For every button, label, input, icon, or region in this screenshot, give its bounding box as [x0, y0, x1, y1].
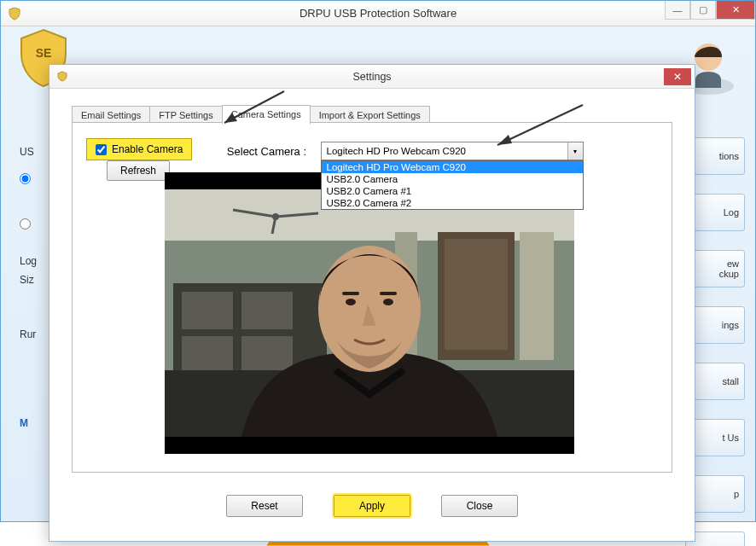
- svg-rect-19: [182, 292, 233, 329]
- enable-camera-label: Enable Camera: [112, 143, 183, 155]
- app-window: DRPU USB Protection Software — ▢ ✕ SE ti…: [0, 0, 756, 522]
- tab-camera-settings[interactable]: Camera Settings: [222, 105, 311, 125]
- svg-rect-21: [182, 336, 233, 370]
- settings-title: Settings: [352, 71, 391, 83]
- minimize-button[interactable]: —: [665, 1, 690, 20]
- svg-point-26: [383, 299, 393, 305]
- settings-titlebar: Settings ✕: [49, 65, 695, 89]
- window-controls: — ▢ ✕: [665, 1, 755, 20]
- svg-rect-22: [241, 336, 293, 370]
- svg-text:SE: SE: [36, 46, 52, 60]
- outer-label: US: [20, 146, 34, 158]
- settings-dialog: Settings ✕ Email Settings FTP Settings C…: [49, 64, 695, 542]
- svg-rect-27: [342, 292, 359, 295]
- refresh-button[interactable]: Refresh: [107, 160, 170, 181]
- svg-point-25: [346, 299, 356, 305]
- svg-rect-17: [520, 232, 554, 360]
- camera-option[interactable]: Logitech HD Pro Webcam C920: [322, 161, 583, 173]
- dialog-button-row: Reset Apply Close: [49, 495, 695, 517]
- camera-option[interactable]: USB2.0 Camera: [322, 173, 583, 185]
- app-shield-icon: [8, 7, 21, 20]
- camera-preview: [165, 172, 574, 454]
- camera-option[interactable]: USB2.0 Camera #1: [322, 185, 583, 197]
- camera-dropdown[interactable]: Logitech HD Pro Webcam C920 ▾: [321, 142, 584, 160]
- svg-rect-20: [241, 292, 293, 329]
- app-body: SE tions Log ew ckup ings stall t Us p t…: [1, 26, 755, 521]
- app-title: DRPU USB Protection Software: [299, 7, 457, 20]
- close-button[interactable]: Close: [441, 495, 518, 517]
- settings-close-button[interactable]: ✕: [664, 68, 691, 85]
- app-titlebar: DRPU USB Protection Software — ▢ ✕: [1, 1, 755, 26]
- svg-rect-16: [445, 239, 508, 350]
- outer-radio-1[interactable]: [20, 173, 31, 184]
- reset-button[interactable]: Reset: [226, 495, 303, 517]
- enable-camera-input[interactable]: [96, 144, 107, 155]
- chevron-down-icon[interactable]: ▾: [567, 142, 583, 160]
- outer-radio-2[interactable]: [20, 218, 31, 229]
- app-close-button[interactable]: ✕: [716, 1, 755, 20]
- camera-preview-image: [165, 172, 574, 454]
- enable-camera-checkbox[interactable]: Enable Camera: [86, 138, 192, 160]
- maximize-button[interactable]: ▢: [690, 1, 716, 20]
- apply-button[interactable]: Apply: [334, 495, 410, 517]
- select-camera-label: Select Camera :: [227, 145, 306, 158]
- camera-dropdown-wrap: Logitech HD Pro Webcam C920 ▾ Logitech H…: [321, 142, 584, 160]
- camera-option[interactable]: USB2.0 Camera #2: [322, 197, 583, 209]
- settings-shield-icon: [56, 71, 68, 83]
- camera-settings-panel: Enable Camera Select Camera : Logitech H…: [72, 122, 672, 473]
- svg-rect-28: [380, 292, 397, 295]
- camera-dropdown-list: Logitech HD Pro Webcam C920 USB2.0 Camer…: [321, 160, 584, 210]
- camera-dropdown-value: Logitech HD Pro Webcam C920: [327, 146, 466, 156]
